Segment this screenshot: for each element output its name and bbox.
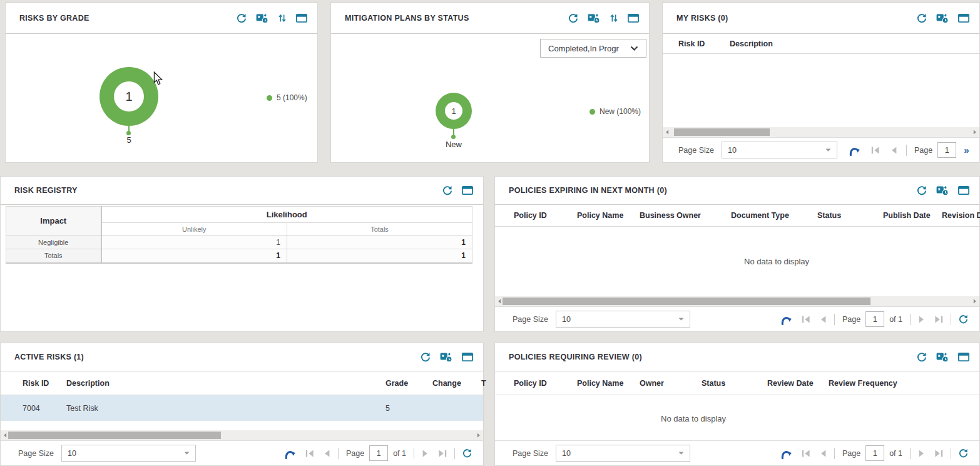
next-page-icon[interactable] xyxy=(918,450,926,457)
column-header[interactable]: Policy Name xyxy=(577,211,623,220)
export-schedule-icon[interactable] xyxy=(588,13,600,24)
panel-mitigation-plans-by-status: MITIGATION PLANS BY STATUS Completed,In … xyxy=(330,3,650,163)
slice-label: New xyxy=(438,140,469,149)
matrix-cell-total[interactable]: 1 xyxy=(287,236,472,249)
column-header-description[interactable]: Description xyxy=(730,39,773,48)
column-header-clipped[interactable]: T xyxy=(481,379,486,388)
maximize-icon[interactable] xyxy=(958,186,969,195)
page-input[interactable]: 1 xyxy=(865,445,884,461)
refresh-icon[interactable] xyxy=(917,185,927,195)
scroll-right-icon[interactable] xyxy=(477,433,481,438)
caret-down-icon xyxy=(678,318,684,321)
previous-page-icon[interactable] xyxy=(819,316,827,323)
column-header[interactable]: Grade xyxy=(385,379,408,388)
status-filter-dropdown[interactable]: Completed,In Progr xyxy=(540,39,646,58)
page-input[interactable]: 1 xyxy=(865,311,884,327)
undo-icon[interactable] xyxy=(284,448,297,459)
page-size-select[interactable]: 10 xyxy=(556,445,690,462)
next-page-icon[interactable] xyxy=(918,316,926,323)
column-header[interactable]: Policy Name xyxy=(577,379,623,388)
column-header[interactable]: Risk ID xyxy=(23,379,49,388)
horizontal-scrollbar[interactable] xyxy=(495,296,979,306)
undo-icon[interactable] xyxy=(780,314,793,325)
page-size-value: 10 xyxy=(68,449,76,458)
refresh-icon[interactable] xyxy=(442,185,452,195)
export-schedule-icon[interactable] xyxy=(936,351,949,363)
maximize-icon[interactable] xyxy=(958,14,969,23)
no-data-message: No data to display xyxy=(661,414,726,423)
column-header[interactable]: Policy ID xyxy=(514,211,547,220)
page-size-select[interactable]: 10 xyxy=(61,445,196,462)
matrix-cell[interactable]: 1 xyxy=(101,236,287,249)
horizontal-scrollbar[interactable] xyxy=(663,127,979,137)
page-size-select[interactable]: 10 xyxy=(556,311,690,328)
page-label: Page xyxy=(346,449,364,458)
scrollbar-thumb[interactable] xyxy=(8,432,221,439)
matrix-col-header: Unlikely xyxy=(101,223,287,236)
column-header[interactable]: Publish Date xyxy=(883,211,931,220)
page-of-label: of 1 xyxy=(889,449,902,458)
column-header[interactable]: Document Type xyxy=(731,211,789,220)
refresh-icon[interactable] xyxy=(462,448,472,458)
last-page-icon[interactable] xyxy=(934,316,943,323)
column-header[interactable]: Review Frequency xyxy=(829,379,897,388)
column-header[interactable]: Status xyxy=(817,211,841,220)
column-header[interactable]: Review Date xyxy=(767,379,814,388)
column-header[interactable]: Description xyxy=(66,379,110,388)
page-input[interactable]: 1 xyxy=(937,142,956,158)
sort-icon[interactable] xyxy=(610,13,618,23)
refresh-icon[interactable] xyxy=(959,314,968,324)
page-size-select[interactable]: 10 xyxy=(722,142,837,158)
previous-page-icon[interactable] xyxy=(819,450,827,457)
maximize-icon[interactable] xyxy=(462,353,473,361)
page-input[interactable]: 1 xyxy=(369,445,388,461)
export-schedule-icon[interactable] xyxy=(936,13,949,24)
matrix-cell-total[interactable]: 1 xyxy=(101,249,287,263)
first-page-icon[interactable] xyxy=(305,450,314,457)
scrollbar-thumb[interactable] xyxy=(674,128,770,136)
more-pagination-button[interactable]: » xyxy=(964,145,969,155)
maximize-icon[interactable] xyxy=(628,14,639,23)
previous-page-icon[interactable] xyxy=(890,147,897,154)
export-schedule-icon[interactable] xyxy=(440,351,452,363)
export-schedule-icon[interactable] xyxy=(256,13,268,24)
first-page-icon[interactable] xyxy=(802,316,810,323)
matrix-cell-total[interactable]: 1 xyxy=(287,249,472,263)
column-header[interactable]: Status xyxy=(702,379,725,388)
horizontal-scrollbar[interactable] xyxy=(1,430,483,440)
column-header[interactable]: Business Owner xyxy=(640,211,701,220)
refresh-icon[interactable] xyxy=(917,13,927,23)
previous-page-icon[interactable] xyxy=(323,450,330,457)
undo-icon[interactable] xyxy=(780,448,793,459)
scroll-left-icon[interactable] xyxy=(498,299,501,304)
maximize-icon[interactable] xyxy=(462,186,473,195)
maximize-icon[interactable] xyxy=(958,353,969,361)
refresh-icon[interactable] xyxy=(917,352,927,362)
first-page-icon[interactable] xyxy=(871,147,880,154)
column-header[interactable]: Change xyxy=(432,379,461,388)
first-page-icon[interactable] xyxy=(802,450,810,457)
scroll-left-icon[interactable] xyxy=(3,433,7,438)
scroll-left-icon[interactable] xyxy=(665,130,669,135)
scrollbar-thumb[interactable] xyxy=(503,298,870,305)
refresh-icon[interactable] xyxy=(421,352,431,362)
column-header[interactable]: Policy ID xyxy=(514,379,547,388)
undo-icon[interactable] xyxy=(849,145,861,156)
maximize-icon[interactable] xyxy=(296,14,307,23)
column-header[interactable]: Revision D xyxy=(942,211,980,220)
refresh-icon[interactable] xyxy=(237,13,247,23)
export-schedule-icon[interactable] xyxy=(936,185,949,196)
refresh-icon[interactable] xyxy=(568,13,578,23)
next-page-icon[interactable] xyxy=(422,450,429,457)
table-row[interactable]: 7004 Test Risk 5 xyxy=(1,395,483,421)
caret-down-icon xyxy=(825,148,831,152)
column-header-risk-id[interactable]: Risk ID xyxy=(678,39,705,48)
last-page-icon[interactable] xyxy=(934,450,943,457)
column-header[interactable]: Owner xyxy=(640,379,664,388)
donut-center-value: 1 xyxy=(114,81,144,111)
scroll-right-icon[interactable] xyxy=(973,299,977,304)
last-page-icon[interactable] xyxy=(438,450,447,457)
refresh-icon[interactable] xyxy=(959,448,968,458)
sort-icon[interactable] xyxy=(278,13,287,23)
scroll-right-icon[interactable] xyxy=(973,130,977,135)
